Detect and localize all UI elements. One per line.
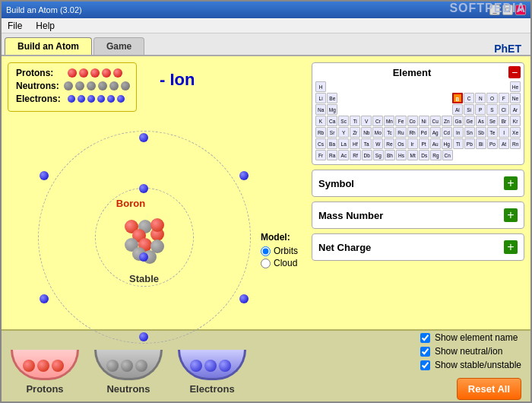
pt-cell-Rf[interactable]: Rf bbox=[350, 150, 360, 160]
pt-cell-Po[interactable]: Po bbox=[487, 138, 498, 149]
pt-cell-Sc[interactable]: Sc bbox=[338, 116, 349, 126]
pt-cell-Mo[interactable]: Mo bbox=[372, 127, 383, 138]
pt-cell-F[interactable]: F bbox=[499, 93, 509, 103]
reset-all-btn[interactable]: Reset All bbox=[457, 378, 521, 400]
pt-cell-Si[interactable]: Si bbox=[464, 104, 474, 115]
pt-cell-H[interactable]: H bbox=[315, 81, 326, 92]
mass-number-plus-btn[interactable]: + bbox=[504, 208, 518, 222]
pt-cell-Cu[interactable]: Cu bbox=[430, 116, 441, 126]
pt-cell-Mt[interactable]: Mt bbox=[407, 150, 418, 160]
pt-cell-Hs[interactable]: Hs bbox=[396, 150, 407, 160]
pt-cell-Be[interactable]: Be bbox=[327, 93, 337, 103]
pt-cell-Se[interactable]: Se bbox=[487, 116, 498, 126]
pt-cell-Ar[interactable]: Ar bbox=[510, 104, 521, 115]
pt-cell-Rb[interactable]: Rb bbox=[315, 127, 326, 138]
pt-cell-Db[interactable]: Db bbox=[362, 150, 372, 160]
tab-build-atom[interactable]: Build an Atom bbox=[5, 37, 92, 55]
pt-cell-N[interactable]: N bbox=[475, 93, 486, 103]
pt-cell-Cd[interactable]: Cd bbox=[442, 127, 452, 138]
pt-cell-Co[interactable]: Co bbox=[407, 116, 418, 126]
tab-game[interactable]: Game bbox=[93, 37, 144, 55]
pt-cell-Br[interactable]: Br bbox=[499, 116, 509, 126]
pt-cell-Nb[interactable]: Nb bbox=[361, 127, 372, 138]
pt-cell-Ca[interactable]: Ca bbox=[327, 116, 337, 126]
pt-cell-Ba[interactable]: Ba bbox=[327, 138, 337, 149]
pt-cell-P[interactable]: P bbox=[475, 104, 486, 115]
pt-cell-Re[interactable]: Re bbox=[384, 138, 394, 149]
pt-cell-Ge[interactable]: Ge bbox=[464, 116, 475, 126]
pt-cell-Bi[interactable]: Bi bbox=[476, 138, 486, 149]
pt-cell-Fe[interactable]: Fe bbox=[395, 116, 406, 126]
pt-cell-V[interactable]: V bbox=[361, 116, 372, 126]
pt-cell-Y[interactable]: Y bbox=[338, 127, 349, 138]
charge-plus-btn[interactable]: + bbox=[504, 240, 518, 254]
pt-cell-Ru[interactable]: Ru bbox=[395, 127, 406, 138]
pt-cell-Xe[interactable]: Xe bbox=[510, 127, 521, 138]
menu-help[interactable]: Help bbox=[33, 21, 58, 31]
pt-cell-He[interactable]: He bbox=[510, 81, 521, 92]
pt-cell-O[interactable]: O bbox=[486, 93, 497, 103]
pt-cell-Ir[interactable]: Ir bbox=[407, 138, 418, 149]
pt-cell-Zn[interactable]: Zn bbox=[442, 116, 452, 126]
pt-cell-Au[interactable]: Au bbox=[430, 138, 441, 149]
pt-cell-Ds[interactable]: Ds bbox=[419, 150, 429, 160]
pt-cell-Os[interactable]: Os bbox=[395, 138, 406, 149]
pt-cell-Tc[interactable]: Tc bbox=[384, 127, 394, 138]
pt-cell-Ag[interactable]: Ag bbox=[430, 127, 441, 138]
pt-cell-Ac[interactable]: Ac bbox=[338, 150, 349, 160]
pt-cell-In[interactable]: In bbox=[453, 127, 464, 138]
pt-cell-Cl[interactable]: Cl bbox=[499, 104, 509, 115]
show-neutral-ion-checkbox[interactable] bbox=[420, 347, 430, 357]
pt-cell-La[interactable]: La bbox=[338, 138, 349, 149]
pt-cell-Cs[interactable]: Cs bbox=[315, 138, 326, 149]
orbits-option[interactable]: Orbits bbox=[261, 246, 298, 256]
cloud-option[interactable]: Cloud bbox=[261, 258, 298, 268]
pt-cell-Pt[interactable]: Pt bbox=[419, 138, 429, 149]
pt-cell-At[interactable]: At bbox=[499, 138, 509, 149]
pt-cell-S[interactable]: S bbox=[486, 104, 497, 115]
pt-cell-Li[interactable]: Li bbox=[315, 93, 326, 103]
pt-cell-As[interactable]: As bbox=[476, 116, 486, 126]
pt-cell-Sn[interactable]: Sn bbox=[464, 127, 475, 138]
pt-cell-Mn[interactable]: Mn bbox=[384, 116, 394, 126]
pt-cell-Tl[interactable]: Tl bbox=[453, 138, 464, 149]
pt-cell-Ga[interactable]: Ga bbox=[453, 116, 464, 126]
pt-cell-Sg[interactable]: Sg bbox=[373, 150, 384, 160]
pt-cell-W[interactable]: W bbox=[372, 138, 383, 149]
pt-cell-Fr[interactable]: Fr bbox=[315, 150, 326, 160]
element-minus-btn[interactable]: − bbox=[508, 66, 521, 78]
pt-cell-Ta[interactable]: Ta bbox=[361, 138, 372, 149]
pt-cell-Pb[interactable]: Pb bbox=[464, 138, 475, 149]
pt-cell-Na[interactable]: Na bbox=[315, 104, 326, 115]
pt-cell-B[interactable]: B bbox=[452, 93, 463, 103]
show-stable-unstable-checkbox[interactable] bbox=[420, 360, 430, 370]
pt-cell-Rn[interactable]: Rn bbox=[510, 138, 521, 149]
pt-cell-Te[interactable]: Te bbox=[487, 127, 498, 138]
pt-cell-Pd[interactable]: Pd bbox=[419, 127, 429, 138]
pt-cell-I[interactable]: I bbox=[499, 127, 509, 138]
pt-cell-Ne[interactable]: Ne bbox=[510, 93, 521, 103]
pt-cell-Bh[interactable]: Bh bbox=[385, 150, 395, 160]
pt-cell-Ra[interactable]: Ra bbox=[327, 150, 337, 160]
pt-cell-Mg[interactable]: Mg bbox=[327, 104, 337, 115]
cloud-radio[interactable] bbox=[261, 259, 271, 268]
symbol-plus-btn[interactable]: + bbox=[504, 176, 518, 190]
pt-cell-Al[interactable]: Al bbox=[452, 104, 463, 115]
pt-cell-Cr[interactable]: Cr bbox=[372, 116, 383, 126]
pt-cell-Rg[interactable]: Rg bbox=[430, 150, 441, 160]
pt-cell-C[interactable]: C bbox=[464, 93, 474, 103]
pt-cell-K[interactable]: K bbox=[315, 116, 326, 126]
show-element-name-checkbox[interactable] bbox=[420, 333, 430, 343]
pt-cell-Kr[interactable]: Kr bbox=[510, 116, 521, 126]
menu-file[interactable]: File bbox=[5, 21, 25, 31]
pt-cell-Zr[interactable]: Zr bbox=[350, 127, 360, 138]
pt-cell-Ni[interactable]: Ni bbox=[419, 116, 429, 126]
pt-cell-Sb[interactable]: Sb bbox=[476, 127, 486, 138]
pt-cell-Cn[interactable]: Cn bbox=[442, 150, 453, 160]
pt-cell-Sr[interactable]: Sr bbox=[327, 127, 337, 138]
pt-cell-Hf[interactable]: Hf bbox=[350, 138, 360, 149]
orbits-radio[interactable] bbox=[261, 246, 271, 256]
pt-cell-Hg[interactable]: Hg bbox=[442, 138, 452, 149]
pt-cell-Rh[interactable]: Rh bbox=[407, 127, 418, 138]
pt-cell-Ti[interactable]: Ti bbox=[350, 116, 360, 126]
